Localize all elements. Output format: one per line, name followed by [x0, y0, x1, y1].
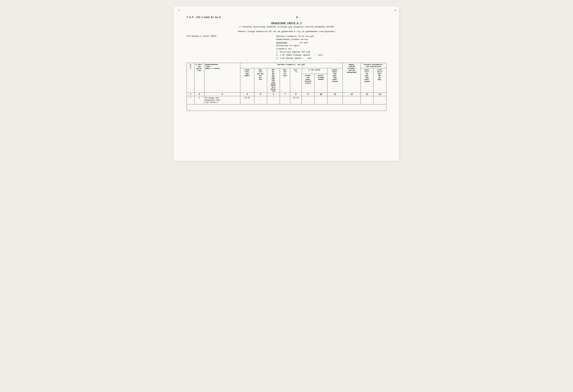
- col-header-montaj: мон-таж-ных До-па-ва-бот: [254, 68, 267, 93]
- index-4: 4: [240, 93, 254, 96]
- indicators-line: Показатели по смете: [276, 44, 323, 47]
- header-left: Т.П.Р. 4ІІ-І-0142.87 Ал.П: [187, 16, 220, 19]
- data-col10: [315, 96, 327, 104]
- data-col8: I5,8I: [290, 96, 302, 104]
- data-col5: —: [254, 96, 267, 104]
- product-value: тыс.руб.: [299, 42, 309, 44]
- document-title: ОБЪЕКТНАЯ СМЕТА № I: [187, 22, 386, 25]
- info-left: Составлена в ценах 1984г.: [187, 35, 218, 37]
- cost-header: Стоимость на:: [276, 48, 323, 51]
- col-header-tech: Технико-экономичес-кие показатели: [360, 63, 386, 68]
- subtitle-line1: к типовому проектному решению эстакады д…: [187, 26, 386, 28]
- col-header-pro: про-чихза-трат: [280, 68, 290, 93]
- col-header-stroy: строи-тель-ныхработ: [240, 68, 254, 93]
- title-block: ОБЪЕКТНАЯ СМЕТА № I к типовому проектном…: [187, 22, 386, 33]
- index-3: 3: [204, 93, 240, 96]
- product-line: продукция тыс.руб.: [276, 41, 323, 44]
- normative-line: Нормативная условно-чистая: [276, 38, 323, 41]
- col-header-obo: обо-ру-до-ва-ний,при-спо-соб-лений,мебе-…: [267, 68, 280, 93]
- col-header-name: Наименование(смет-работ и затрат: [204, 63, 240, 93]
- document-page: Г —1 Т.П.Р. 4ІІ-І-0142.87 Ал.П 5 ОБЪЕКТН…: [174, 6, 399, 161]
- header-line: Т.П.Р. 4ІІ-І-0142.87 Ал.П 5: [187, 16, 386, 19]
- index-10: 10: [315, 93, 327, 96]
- data-col11: [327, 96, 342, 104]
- col-header-num1: №п/п: [187, 63, 195, 93]
- col-header-naim: наиме-нова-ниееди-ницизме-рения: [327, 68, 342, 93]
- main-table: №п/п № смет-ныхрасче-тов) Наименование(с…: [187, 63, 386, 111]
- col-header-stoi: стои-мостьеди-ни-цы,руб.: [374, 68, 386, 93]
- area-cost-line: 2. 1 м2 общей площади здания — руб.: [276, 54, 323, 57]
- data-col1: I: [187, 96, 195, 104]
- data-col3: Эстакада дляразделки хлыс-тов 18х30 м: [204, 96, 240, 104]
- info-block: Составлена в ценах 1984г. Сметная стоимо…: [187, 35, 386, 60]
- data-col14: [374, 96, 386, 104]
- col-header-expl: экспл-атациямашин: [315, 74, 327, 93]
- cost-line: Сметная стоимость 34,13 тыс.руб.: [276, 35, 323, 38]
- unit-cost-line: 1. Расчетную единицу 683 руб.: [276, 51, 323, 54]
- subtitle-line2: нижнего склада мощностью 50 тыс.м3 древе…: [187, 30, 386, 33]
- col-header-norma: норма-тивнойусловно-чистойпродукции: [343, 63, 360, 93]
- volume-cost-line: 3. 1 м3 объема здания — руб.: [276, 57, 323, 60]
- table-row-empty1: [187, 104, 386, 111]
- data-col6: —: [267, 96, 280, 104]
- data-col2: I: [194, 96, 204, 104]
- table-index-row: 1 2 3 4 5 6 7 8 9 10 11 12 13 14: [187, 93, 386, 96]
- index-8: 8: [290, 93, 302, 96]
- table-header-row-1: №п/п № смет-ныхрасче-тов) Наименование(с…: [187, 63, 386, 68]
- page-number: 5: [296, 16, 298, 19]
- index-2: 2: [194, 93, 204, 96]
- empty-row: [187, 104, 386, 111]
- col-header-kol: коли-чест-воеди-ницизме-рения: [360, 68, 374, 93]
- top-right-mark: —1: [394, 9, 396, 12]
- index-6: 6: [267, 93, 280, 96]
- data-col13: [360, 96, 374, 104]
- col-header-vse: все-го: [290, 68, 302, 93]
- product-label: продукция: [276, 42, 287, 44]
- corner-mark: Г: [179, 9, 180, 12]
- index-11: 11: [327, 93, 342, 96]
- index-13: 13: [360, 93, 374, 96]
- col-header-vtom: в том числе: [302, 68, 327, 74]
- data-col7: —: [280, 96, 290, 104]
- index-1: 1: [187, 93, 195, 96]
- index-7: 7: [280, 93, 290, 96]
- index-12: 12: [343, 93, 360, 96]
- index-5: 5: [254, 93, 267, 96]
- data-col12: [343, 96, 360, 104]
- info-right: Сметная стоимость 34,13 тыс.руб. Нормати…: [276, 35, 323, 60]
- col-header-num2: № смет-ныхрасче-тов): [194, 63, 204, 93]
- table-row: I I Эстакада дляразделки хлыс-тов 18х30 …: [187, 96, 386, 104]
- data-col4: I5,8I: [240, 96, 254, 104]
- index-14: 14: [374, 93, 386, 96]
- data-col9: [302, 96, 315, 104]
- index-9: 9: [302, 93, 315, 96]
- col-header-osnov: основ-наязара-ботнаяплата: [302, 74, 315, 93]
- col-header-cost-main: Сметная стоимость, тыс.руб.: [240, 63, 343, 68]
